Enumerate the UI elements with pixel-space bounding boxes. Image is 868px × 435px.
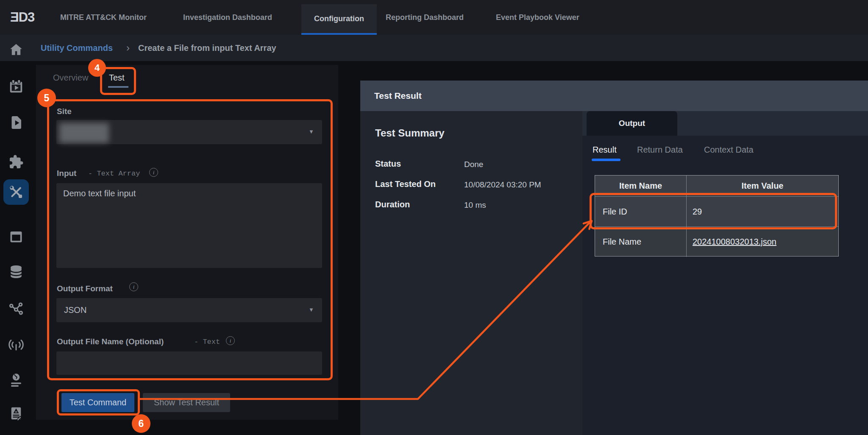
nav-item-event-playbook-viewer[interactable]: Event Playbook Viewer <box>496 0 579 35</box>
sidebar-item-event-intake[interactable] <box>8 337 24 352</box>
network-share-icon <box>8 301 24 316</box>
page-title: Create a File from input Text Array <box>138 35 276 61</box>
test-summary-title: Test Summary <box>375 127 445 139</box>
annotation-badge-6: 6 <box>132 414 150 433</box>
calendar-play-icon <box>8 79 24 94</box>
table-row-file-name-value: 20241008032013.json <box>687 227 838 257</box>
sidebar-item-playbooks[interactable] <box>8 115 24 130</box>
sidebar-item-calendar[interactable] <box>8 229 24 244</box>
app-window: ƎD3 MITRE ATT&CK Monitor Investigation D… <box>0 0 868 435</box>
column-header-item-name: Item Name <box>595 176 687 197</box>
tab-overview[interactable]: Overview <box>53 73 88 83</box>
breadcrumb-separator-icon: › <box>126 35 130 61</box>
database-icon <box>8 264 24 279</box>
sidebar-item-global-settings[interactable] <box>8 373 24 388</box>
nav-item-configuration[interactable]: Configuration <box>301 4 377 35</box>
test-command-button[interactable]: Test Command <box>61 393 134 412</box>
output-format-caret-icon: ▼ <box>309 307 314 313</box>
site-value-redacted <box>59 123 109 143</box>
output-format-dropdown[interactable]: JSON <box>56 298 322 322</box>
summary-status-label: Status <box>375 159 401 169</box>
d3-logo[interactable]: ƎD3 <box>10 0 34 35</box>
breadcrumb: Utility Commands › Create a File from in… <box>0 35 868 61</box>
tab-output-label: Output <box>619 119 645 128</box>
tab-context-data[interactable]: Context Data <box>704 145 754 155</box>
tab-test-underline <box>108 86 128 88</box>
summary-duration-label: Duration <box>375 200 410 209</box>
summary-duration-value: 10 ms <box>464 201 486 210</box>
test-result-header: Test Result <box>360 81 868 111</box>
nav-item-reporting-dashboard[interactable]: Reporting Dashboard <box>386 0 464 35</box>
site-label: Site <box>57 107 72 116</box>
output-format-info-icon[interactable]: i <box>129 282 138 291</box>
annotation-badge-5: 5 <box>37 89 56 107</box>
sidebar-item-connections[interactable] <box>8 301 24 316</box>
table-row-file-id-name: File ID <box>595 197 687 227</box>
incident-report-icon <box>8 406 24 421</box>
summary-status-value: Done <box>464 160 483 169</box>
sidebar-item-schedule[interactable] <box>8 79 24 94</box>
globe-settings-icon <box>8 373 24 388</box>
output-panel <box>582 111 868 435</box>
nav-item-configuration-label: Configuration <box>314 14 364 23</box>
nav-item-investigation-dashboard[interactable]: Investigation Dashboard <box>183 0 272 35</box>
sidebar-item-integrations[interactable] <box>8 154 24 170</box>
tab-test[interactable]: Test <box>109 73 125 83</box>
sidebar-item-incident-reports[interactable] <box>8 406 24 421</box>
tab-output[interactable]: Output <box>587 111 677 136</box>
input-textarea[interactable]: Demo text file input <box>56 183 322 268</box>
breadcrumb-parent-link[interactable]: Utility Commands <box>41 35 113 61</box>
home-icon <box>8 42 24 57</box>
summary-last-tested-label: Last Tested On <box>375 179 436 189</box>
puzzle-icon <box>8 154 24 170</box>
top-navbar: ƎD3 MITRE ATT&CK Monitor Investigation D… <box>0 0 868 35</box>
result-table: Item Name Item Value File ID 29 File Nam… <box>595 175 839 257</box>
site-dropdown-caret-icon: ▼ <box>309 128 314 135</box>
output-format-label: Output Format <box>57 284 113 293</box>
summary-last-tested-value: 10/08/2024 03:20 PM <box>464 180 541 190</box>
nav-item-mitre-attck-monitor[interactable]: MITRE ATT&CK Monitor <box>60 0 147 35</box>
tools-icon <box>8 184 24 200</box>
tab-result-underline <box>592 159 620 161</box>
table-row-file-name-name: File Name <box>595 227 687 257</box>
input-label: Input <box>57 169 76 178</box>
annotation-badge-4: 4 <box>88 59 106 77</box>
playbook-icon <box>8 115 24 130</box>
broadcast-icon <box>8 337 24 352</box>
sidebar-item-home[interactable] <box>8 42 24 57</box>
input-info-icon[interactable]: i <box>149 168 158 177</box>
sidebar-item-utility-commands-active[interactable] <box>3 179 29 205</box>
test-result-title: Test Result <box>374 91 422 101</box>
output-file-name-label: Output File Name (Optional) <box>57 337 164 346</box>
calendar-icon <box>8 229 24 244</box>
tab-return-data[interactable]: Return Data <box>637 145 683 155</box>
input-type-hint: - Text Array <box>88 170 140 178</box>
output-file-name-input[interactable] <box>56 351 322 375</box>
sidebar-item-data-management[interactable] <box>8 264 24 279</box>
output-file-name-info-icon[interactable]: i <box>226 336 235 345</box>
column-header-item-value: Item Value <box>687 176 838 197</box>
show-test-result-button[interactable]: Show Test Result <box>143 393 230 412</box>
table-row-file-id-value: 29 <box>687 197 838 227</box>
file-download-link[interactable]: 20241008032013.json <box>693 237 776 247</box>
output-file-name-type-hint: - Text <box>194 338 220 346</box>
tab-result[interactable]: Result <box>593 145 617 155</box>
